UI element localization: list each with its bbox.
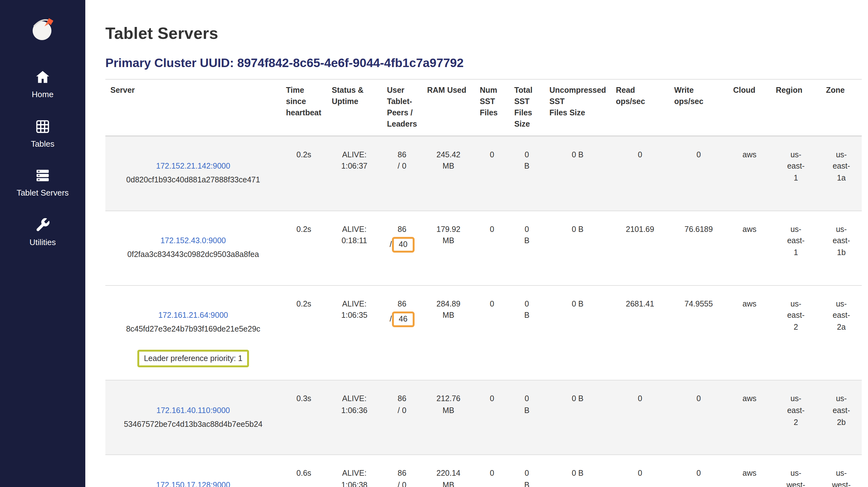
sidebar-item-label: Tablet Servers	[17, 188, 69, 198]
page-title: Tablet Servers	[105, 24, 862, 43]
sidebar-item-label: Home	[32, 90, 53, 99]
cell-peers-leaders: 86 / 0	[382, 455, 422, 487]
cell-uncompressed-sst-size: 0 B	[545, 210, 611, 285]
tablet-servers-table: Server Time since heartbeat Status & Upt…	[105, 79, 862, 487]
cell-peers-leaders: 86 / 0	[382, 136, 422, 210]
server-uuid: 53467572be7c4d13b3ac88d4b7ee5b24	[111, 419, 276, 431]
cell-total-sst-size: 0 B	[509, 381, 545, 455]
cell-region: us- east- 1	[771, 136, 821, 210]
cell-cloud: aws	[728, 285, 771, 381]
cell-num-sst-files: 0	[475, 285, 509, 381]
cell-status-uptime: ALIVE: 0:18:11	[327, 210, 382, 285]
leaders-highlight-box: 40	[392, 237, 414, 253]
sidebar-item-utilities[interactable]: Utilities	[0, 217, 85, 247]
cell-cloud: aws	[728, 210, 771, 285]
cell-status-uptime: ALIVE: 1:06:38	[327, 455, 382, 487]
server-uuid: 8c45fd27e3e24b7b93f169de21e5e29c	[111, 323, 276, 335]
cell-num-sst-files: 0	[475, 210, 509, 285]
cell-zone: us- east- 1b	[821, 210, 862, 285]
primary-cluster-uuid-heading: Primary Cluster UUID: 8974f842-8c65-4e6f…	[105, 56, 862, 70]
table-row: 172.150.17.128:9000 c48bc82fc7314d5e9186…	[105, 455, 862, 487]
server-link[interactable]: 172.161.40.110:9000	[156, 405, 230, 417]
cell-peers-leaders: 86 /46	[382, 285, 422, 381]
cell-peers-leaders: 86 /40	[382, 210, 422, 285]
cell-heartbeat: 0.2s	[281, 210, 327, 285]
table-header-row: Server Time since heartbeat Status & Upt…	[105, 79, 862, 136]
cell-total-sst-size: 0 B	[509, 455, 545, 487]
cell-uncompressed-sst-size: 0 B	[545, 455, 611, 487]
col-header-server: Server	[105, 79, 281, 136]
planet-rocket-icon	[28, 14, 58, 44]
col-header-zone: Zone	[821, 79, 862, 136]
col-header-ram-used: RAM Used	[422, 79, 475, 136]
cell-server: 172.150.17.128:9000 c48bc82fc7314d5e9186…	[105, 455, 281, 487]
cell-region: us- east- 2	[771, 381, 821, 455]
col-header-total-sst-size: Total SST Files Size	[509, 79, 545, 136]
cell-num-sst-files: 0	[475, 381, 509, 455]
table-row: 172.152.43.0:9000 0f2faa3c834343c0982dc9…	[105, 210, 862, 285]
cell-heartbeat: 0.2s	[281, 285, 327, 381]
cell-server: 172.161.40.110:9000 53467572be7c4d13b3ac…	[105, 381, 281, 455]
cell-region: us- east- 2	[771, 285, 821, 381]
cell-status-uptime: ALIVE: 1:06:36	[327, 381, 382, 455]
table-row: 172.161.40.110:9000 53467572be7c4d13b3ac…	[105, 381, 862, 455]
sidebar-item-label: Utilities	[29, 237, 56, 247]
cell-read-ops: 0	[611, 136, 669, 210]
server-link[interactable]: 172.152.43.0:9000	[160, 235, 226, 247]
leaders-highlight-box: 46	[392, 312, 414, 327]
cell-zone: us- east- 2a	[821, 285, 862, 381]
app-window: Home Tables Tablet Servers	[0, 0, 868, 487]
sidebar-item-label: Tables	[31, 139, 54, 149]
cell-num-sst-files: 0	[475, 455, 509, 487]
cell-server: 172.161.21.64:9000 8c45fd27e3e24b7b93f16…	[105, 285, 281, 381]
cell-write-ops: 0	[669, 381, 728, 455]
cell-server: 172.152.21.142:9000 0d820cf1b93c40d881a2…	[105, 136, 281, 210]
table-row: 172.152.21.142:9000 0d820cf1b93c40d881a2…	[105, 136, 862, 210]
cell-total-sst-size: 0 B	[509, 210, 545, 285]
leader-preference-highlight-box: Leader preference priority: 1	[138, 350, 249, 367]
server-link[interactable]: 172.152.21.142:9000	[156, 161, 230, 173]
main-content: Tablet Servers Primary Cluster UUID: 897…	[85, 0, 868, 487]
sidebar-item-tablet-servers[interactable]: Tablet Servers	[0, 167, 85, 198]
yugabyte-logo[interactable]	[28, 14, 58, 44]
server-uuid: 0f2faa3c834343c0982dc9503a8a8fea	[111, 249, 276, 261]
col-header-write-ops: Write ops/sec	[669, 79, 728, 136]
cell-read-ops: 2101.69	[611, 210, 669, 285]
col-header-heartbeat: Time since heartbeat	[281, 79, 327, 136]
cell-cloud: aws	[728, 136, 771, 210]
screen: Home Tables Tablet Servers	[0, 0, 868, 487]
col-header-cloud: Cloud	[728, 79, 771, 136]
cell-cloud: aws	[728, 455, 771, 487]
cell-heartbeat: 0.3s	[281, 381, 327, 455]
cell-read-ops: 0	[611, 381, 669, 455]
cell-zone: us- east- 1a	[821, 136, 862, 210]
cell-read-ops: 0	[611, 455, 669, 487]
cell-write-ops: 0	[669, 136, 728, 210]
cell-total-sst-size: 0 B	[509, 136, 545, 210]
col-header-num-sst-files: Num SST Files	[475, 79, 509, 136]
cell-ram-used: 179.92 MB	[422, 210, 475, 285]
server-link[interactable]: 172.161.21.64:9000	[158, 310, 228, 322]
col-header-read-ops: Read ops/sec	[611, 79, 669, 136]
col-header-uncompressed-sst-size: Uncompressed SST Files Size	[545, 79, 611, 136]
cell-ram-used: 212.76 MB	[422, 381, 475, 455]
cell-num-sst-files: 0	[475, 136, 509, 210]
table-row: 172.161.21.64:9000 8c45fd27e3e24b7b93f16…	[105, 285, 862, 381]
col-header-status-uptime: Status & Uptime	[327, 79, 382, 136]
server-uuid: 0d820cf1b93c40d881a27888f33ce471	[111, 174, 276, 186]
cell-ram-used: 284.89 MB	[422, 285, 475, 381]
cell-region: us- east- 1	[771, 210, 821, 285]
cell-heartbeat: 0.6s	[281, 455, 327, 487]
cell-uncompressed-sst-size: 0 B	[545, 136, 611, 210]
col-header-region: Region	[771, 79, 821, 136]
cell-ram-used: 245.42 MB	[422, 136, 475, 210]
sidebar-item-home[interactable]: Home	[0, 69, 85, 99]
sidebar-item-tables[interactable]: Tables	[0, 118, 85, 149]
cell-read-ops: 2681.41	[611, 285, 669, 381]
cell-status-uptime: ALIVE: 1:06:37	[327, 136, 382, 210]
col-header-peers-leaders: User Tablet- Peers / Leaders	[382, 79, 422, 136]
server-link[interactable]: 172.150.17.128:9000	[156, 480, 230, 487]
utilities-wrench-icon	[34, 217, 51, 233]
cell-region: us- west- 1	[771, 455, 821, 487]
sidebar: Home Tables Tablet Servers	[0, 0, 85, 487]
